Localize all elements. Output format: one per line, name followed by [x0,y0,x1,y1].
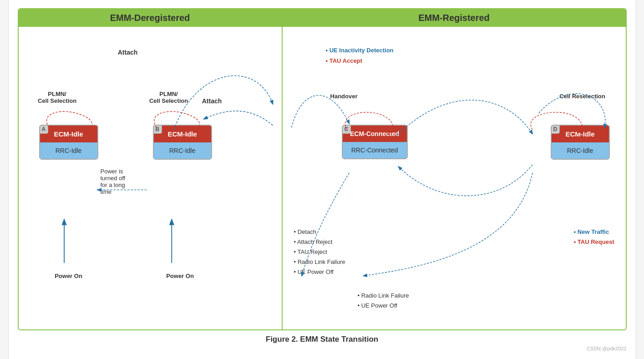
new-traffic-item: New Traffic [574,227,614,237]
state-box-b: B ECM-Idle RRC-Idle [153,125,212,160]
rrc-connected-c: RRC-Connected [343,142,407,158]
ue-power-off-bottom: UE Power Off [358,301,409,311]
cell-reselection-label: Cell Reselection [548,93,617,100]
main-diagram: EMM-Deregistered A ECM-Idle RRC-Idle B E… [18,8,627,330]
detach-list: Detach Attach Reject TAU Reject Radio Li… [294,227,345,277]
state-label-d: D [551,125,560,134]
rrc-idle-b: RRC-Idle [154,142,211,159]
section-header-right: EMM-Registered [283,9,626,27]
attach-b-label: Attach [194,97,230,105]
radio-link-failure-item: Radio Link Failure [294,257,345,267]
state-box-d: D ECM-Idle RRC-Idle [551,125,610,160]
power-off-label: Power isturned offfor a longtime [101,168,151,195]
bottom-list: Radio Link Failure UE Power Off [358,291,409,311]
state-label-c: C [342,125,351,134]
diagram-area-left: A ECM-Idle RRC-Idle B ECM-Idle RRC-Idle … [25,31,275,323]
plmn-label-a: PLMN/Cell Selection [30,91,85,104]
power-on-b-label: Power On [151,273,210,279]
section-registered: EMM-Registered • UE Inactivity Detection… [283,9,626,329]
section-deregistered: EMM-Deregistered A ECM-Idle RRC-Idle B E… [19,9,283,329]
detach-item: Detach [294,227,345,237]
ecm-connected-c: ECM-Connected [343,126,407,142]
handover-label: Handover [317,93,371,100]
page-wrapper: EMM-Deregistered A ECM-Idle RRC-Idle B E… [8,0,636,359]
ecm-idle-d: ECM-Idle [552,126,609,142]
rrc-idle-a: RRC-Idle [40,142,97,159]
svg-right [289,31,619,323]
attach-reject-item: Attach Reject [294,237,345,247]
state-box-c: C ECM-Connected RRC-Connected [342,125,408,159]
power-on-a-label: Power On [39,273,98,279]
figure-caption: Figure 2. EMM State Transition [18,335,627,344]
traffic-list: New Traffic TAU Request [574,227,614,247]
section-header-left: EMM-Deregistered [19,9,282,27]
tau-accept-label: • TAU Accept [326,56,394,66]
state-label-b: B [153,125,162,134]
plmn-label-b: PLMN/Cell Selection [142,91,196,104]
radio-link-bottom: Radio Link Failure [358,291,409,301]
tau-request-item: TAU Request [574,237,614,247]
ecm-idle-b: ECM-Idle [154,126,211,142]
rrc-idle-d: RRC-Idle [552,142,609,159]
attach-top-label: Attach [110,49,146,56]
watermark: CSDN @pdk2022 [18,346,627,351]
ecm-idle-a: ECM-Idle [40,126,97,142]
state-label-a: A [39,125,49,134]
state-box-a: A ECM-Idle RRC-Idle [39,125,98,160]
tau-reject-item: TAU Reject [294,247,345,257]
ue-power-off-item: UE Power Off [294,267,345,277]
diagram-area-right: • UE Inactivity Detection • TAU Accept C… [289,31,619,323]
ue-inactivity-label: • UE Inactivity Detection [326,45,394,56]
